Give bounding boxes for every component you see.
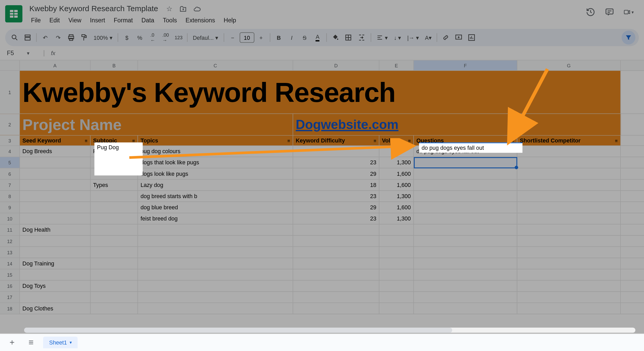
row-header[interactable]: 17 [0,292,20,303]
borders-icon[interactable] [342,31,354,43]
cell[interactable] [517,180,621,191]
cell[interactable] [414,202,517,213]
header-cell[interactable]: Seed Keyword≡ [20,135,90,145]
cell[interactable] [414,236,517,246]
cell[interactable]: 1,600 [379,168,414,179]
cell[interactable] [517,236,621,246]
name-box[interactable]: F5▼ [5,49,40,57]
cell[interactable] [20,213,90,224]
cell[interactable] [138,281,293,291]
cell[interactable] [517,281,621,291]
cell[interactable]: Dog Training [20,258,90,269]
cell[interactable]: dog blue breed [138,202,293,213]
cell[interactable]: Dog Toys [20,281,90,291]
header-cell[interactable]: Topics≡ [138,135,293,145]
filter-icon[interactable]: ≡ [374,138,377,143]
menu-format[interactable]: Format [110,15,136,25]
cell[interactable] [379,281,414,291]
doc-title[interactable]: Kwebby Keyword Research Template [28,3,160,14]
cell[interactable] [293,224,379,235]
col-header[interactable]: G [517,60,621,70]
cell[interactable]: 18 [293,180,379,191]
cell[interactable]: 1,300 [379,213,414,224]
decrease-decimal-icon[interactable]: .0← [147,31,159,43]
cell[interactable] [379,303,414,314]
cell[interactable] [517,292,621,303]
cell[interactable]: feist breed dog [138,213,293,224]
row-header[interactable]: 8 [0,191,20,202]
row-header[interactable]: 2 [0,114,20,135]
cell[interactable] [379,292,414,303]
fill-color-icon[interactable] [329,31,341,43]
meet-icon[interactable]: ▾ [623,7,634,17]
menu-insert[interactable]: Insert [86,15,109,25]
cell[interactable] [20,202,90,213]
row-header[interactable]: 15 [0,269,20,280]
cell[interactable] [91,202,138,213]
cell[interactable] [138,236,293,246]
row-header[interactable]: 11 [0,224,20,235]
cell[interactable] [20,180,90,191]
cell[interactable] [414,303,517,314]
cell[interactable] [379,258,414,269]
cell[interactable] [293,269,379,280]
select-all-corner[interactable] [0,60,20,70]
header-cell[interactable]: Volume≡ [379,135,414,145]
cell[interactable] [293,236,379,246]
history-icon[interactable] [585,7,596,17]
cell[interactable]: dogs look like pugs [138,168,293,179]
menu-tools[interactable]: Tools [159,15,180,25]
cell[interactable] [414,168,517,179]
wrap-icon[interactable]: |→ ▾ [405,31,421,43]
cell[interactable] [91,191,138,202]
cell[interactable]: 1,300 [379,191,414,202]
cell[interactable]: 23 [293,213,379,224]
cell[interactable]: dog breed starts with b [138,191,293,202]
project-link[interactable]: Dogwebsite.com [296,117,399,132]
print-icon[interactable] [65,31,77,43]
row-header[interactable]: 7 [0,180,20,191]
cell[interactable]: dogs that look like pugs [138,157,293,168]
increase-decimal-icon[interactable]: .00→ [160,31,172,43]
filter-icon[interactable] [622,31,635,44]
filter-icon[interactable]: ≡ [132,138,135,143]
cell[interactable] [91,269,138,280]
cell[interactable] [414,180,517,191]
cell[interactable]: Pug Dog [91,146,138,157]
insert-comment-icon[interactable] [453,31,465,43]
font-size-input[interactable]: 10 [239,32,254,43]
cell[interactable] [414,281,517,291]
bold-icon[interactable]: B [273,31,285,43]
row-header[interactable]: 14 [0,258,20,269]
add-sheet-icon[interactable]: + [5,336,19,349]
sheet-tab[interactable]: Sheet1▾ [43,337,78,348]
cell[interactable]: Types [91,180,138,191]
col-header[interactable]: B [91,60,138,70]
cell[interactable] [517,191,621,202]
row-header[interactable]: 13 [0,247,20,258]
header-cell[interactable]: Questions≡ [414,135,517,145]
cell[interactable] [517,213,621,224]
insert-chart-icon[interactable] [466,31,478,43]
menu-file[interactable]: File [28,15,44,25]
cell[interactable] [138,224,293,235]
cell[interactable] [379,269,414,280]
row-header[interactable]: 9 [0,202,20,213]
cell[interactable]: Lazy dog [138,180,293,191]
cell[interactable] [517,157,621,168]
cell[interactable] [517,224,621,235]
cell[interactable]: Dog Clothes [20,303,90,314]
cell[interactable] [414,157,517,168]
cell[interactable]: 23 [293,157,379,168]
redo-icon[interactable]: ↷ [52,31,64,43]
cell[interactable] [414,247,517,258]
cell[interactable] [293,292,379,303]
cell[interactable] [517,258,621,269]
cell[interactable] [293,247,379,258]
cell[interactable]: 23 [293,191,379,202]
zoom-dropdown[interactable]: 100% ▾ [91,31,115,43]
cell[interactable] [91,236,138,246]
cell[interactable] [293,146,379,157]
cell[interactable]: Dog Health [20,224,90,235]
strike-icon[interactable]: S [299,31,311,43]
